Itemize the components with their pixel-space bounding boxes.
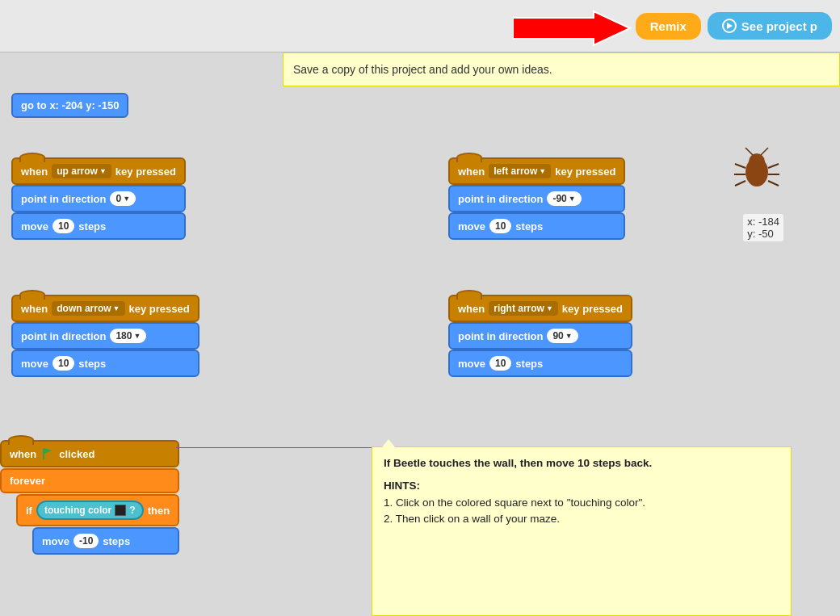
svg-marker-3 <box>44 448 52 454</box>
left-key-dropdown-icon: ▼ <box>539 167 546 175</box>
down-steps-input[interactable]: 10 <box>52 356 74 371</box>
down-move-block[interactable]: move 10 steps <box>11 350 200 377</box>
right-point-block[interactable]: point in direction 90 ▼ <box>448 322 632 350</box>
neg10-input[interactable]: -10 <box>74 534 99 548</box>
color-swatch[interactable] <box>115 505 126 516</box>
connector-line <box>176 447 386 448</box>
touching-color-block[interactable]: touching color ? <box>36 501 144 520</box>
coords-display: x: -184 y: -50 <box>743 214 783 241</box>
down-direction-input[interactable]: 180 ▼ <box>110 329 146 343</box>
tooltip-text: Save a copy of this project and add your… <box>293 63 552 76</box>
forever-block[interactable]: forever <box>0 468 179 493</box>
left-point-block[interactable]: point in direction -90 ▼ <box>448 185 625 212</box>
y-coord: y: -50 <box>747 228 779 240</box>
left-steps-input[interactable]: 10 <box>489 219 511 233</box>
flag-event[interactable]: when clicked <box>0 440 179 467</box>
right-arrow-key-input[interactable]: right arrow ▼ <box>489 301 558 316</box>
see-project-label: See project p <box>741 19 817 33</box>
svg-point-5 <box>749 153 765 170</box>
down-key-dropdown-icon: ▼ <box>113 304 120 312</box>
up-move-block[interactable]: move 10 steps <box>11 212 186 240</box>
left-arrow-group: when left arrow ▼ key pressed point in d… <box>448 157 625 240</box>
left-move-block[interactable]: move 10 steps <box>448 212 625 240</box>
right-dir-dropdown-icon: ▼ <box>565 332 573 340</box>
left-direction-input[interactable]: -90 ▼ <box>547 191 581 206</box>
svg-line-11 <box>768 181 779 186</box>
left-arrow-key-input[interactable]: left arrow ▼ <box>489 164 551 178</box>
down-arrow-event[interactable]: when down arrow ▼ key pressed <box>11 295 200 322</box>
x-coord: x: -184 <box>747 216 779 228</box>
up-key-pressed-label: key pressed <box>116 166 176 178</box>
beetle-sprite <box>731 144 783 196</box>
up-direction-input[interactable]: 0 ▼ <box>110 191 136 206</box>
right-arrow-event[interactable]: when right arrow ▼ key pressed <box>448 295 632 322</box>
up-steps-input[interactable]: 10 <box>52 219 74 233</box>
right-steps-input[interactable]: 10 <box>489 356 511 371</box>
top-bar: Remix See project p <box>0 0 840 52</box>
down-dir-dropdown-icon: ▼ <box>133 332 141 340</box>
svg-marker-0 <box>513 11 630 45</box>
down-point-block[interactable]: point in direction 180 ▼ <box>11 322 200 350</box>
svg-line-8 <box>735 181 746 186</box>
right-direction-input[interactable]: 90 ▼ <box>547 329 578 343</box>
see-project-button[interactable]: See project p <box>708 12 832 40</box>
svg-line-9 <box>768 164 779 168</box>
hint-panel: If Beetle touches the wall, then move 10… <box>372 446 792 616</box>
flag-icon <box>40 446 55 461</box>
up-key-dropdown-icon: ▼ <box>99 167 107 175</box>
svg-rect-2 <box>43 448 44 459</box>
up-arrow-group: when up arrow ▼ key pressed point in dir… <box>11 157 186 240</box>
down-arrow-key-input[interactable]: down arrow ▼ <box>52 301 124 316</box>
hint1: 1. Click on the colored square next to "… <box>384 495 779 511</box>
blocks-area: go to x: -204 y: -150 when up arrow ▼ ke… <box>0 52 792 616</box>
hints-header: HINTS: <box>384 478 779 494</box>
goto-block-group: go to x: -204 y: -150 <box>11 93 128 118</box>
hint-title: If Beetle touches the wall, then move 10… <box>384 455 779 471</box>
right-key-dropdown-icon: ▼ <box>546 304 553 312</box>
up-dir-dropdown-icon: ▼ <box>123 195 130 203</box>
left-dir-dropdown-icon: ▼ <box>569 195 576 203</box>
see-project-icon <box>722 19 737 33</box>
svg-line-13 <box>761 148 768 155</box>
up-arrow-key-input[interactable]: up arrow ▼ <box>52 164 111 178</box>
flag-group: when clicked forever if touching color ?… <box>0 440 179 555</box>
goto-block[interactable]: go to x: -204 y: -150 <box>11 93 128 118</box>
sprite-thumbnail <box>729 141 785 198</box>
up-point-block[interactable]: point in direction 0 ▼ <box>11 185 186 212</box>
if-block[interactable]: if touching color ? then <box>16 494 179 526</box>
up-arrow-event[interactable]: when up arrow ▼ key pressed <box>11 157 186 185</box>
red-arrow-indicator <box>513 8 642 52</box>
hint-panel-triangle <box>382 439 395 447</box>
down-arrow-group: when down arrow ▼ key pressed point in d… <box>11 295 200 377</box>
tooltip-banner: Save a copy of this project and add your… <box>283 52 840 86</box>
right-move-block[interactable]: move 10 steps <box>448 350 632 377</box>
move-neg10-block[interactable]: move -10 steps <box>32 527 179 555</box>
svg-line-6 <box>735 164 746 168</box>
left-arrow-event[interactable]: when left arrow ▼ key pressed <box>448 157 625 185</box>
hint2: 2. Then click on a wall of your maze. <box>384 511 779 527</box>
right-arrow-group: when right arrow ▼ key pressed point in … <box>448 295 632 377</box>
remix-button[interactable]: Remix <box>636 13 701 40</box>
svg-line-12 <box>746 148 753 155</box>
up-when-label: when <box>21 166 48 178</box>
